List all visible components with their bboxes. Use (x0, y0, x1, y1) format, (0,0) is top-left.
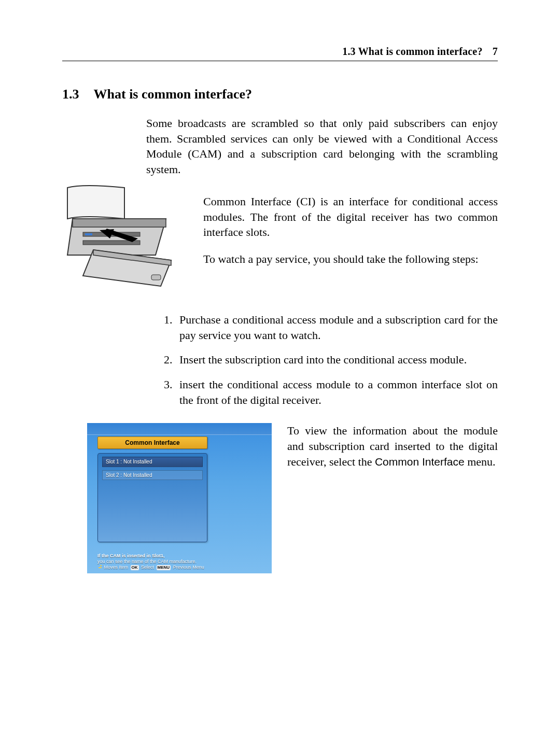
ci-slot-2: Slot 2 : Not Installed (102, 470, 203, 481)
running-header: 1.3 What is common interface? 7 (62, 45, 498, 61)
ci-menu-screenshot: Common Interface Slot 1 : Not Installed … (87, 423, 272, 573)
list-item: Insert the subscription card into the co… (164, 352, 498, 368)
screenshot-topbar (87, 423, 272, 435)
ci-hint-1: If the CAM is inserted in Slot1, (97, 553, 165, 558)
section-heading: 1.3 What is common interface? (62, 85, 498, 103)
svg-rect-3 (151, 275, 161, 280)
list-item: Purchase a conditional access module and… (164, 312, 498, 343)
ok-key-icon: OK (131, 565, 139, 570)
after-post: menu. (465, 455, 496, 468)
ci-menu-panel: Slot 1 : Not Installed Slot 2 : Not Inst… (97, 453, 207, 542)
steps-lead-paragraph: To watch a pay service, you should take … (203, 251, 498, 267)
ci-menu-title: Common Interface (97, 437, 207, 449)
section-title: What is common interface? (94, 87, 252, 102)
nav-select: Select (141, 565, 154, 570)
ci-hint-2: you can see the name of the CAM manufact… (97, 559, 197, 564)
nav-moves: Moves Item (104, 565, 129, 570)
ci-paragraph: Common Interface (CI) is an interface fo… (203, 194, 498, 240)
svg-rect-2 (85, 233, 92, 235)
running-header-title: 1.3 What is common interface? (342, 46, 482, 57)
intro-paragraph: Some broadcasts are scrambled so that on… (146, 116, 498, 177)
device-illustration (62, 182, 192, 297)
menu-key-icon: MENU (157, 565, 171, 570)
menu-name: Common Interface (375, 456, 465, 468)
after-paragraph: To view the information about the module… (287, 423, 498, 573)
arrows-icon (97, 565, 103, 570)
ci-slot-1: Slot 1 : Not Installed (102, 457, 203, 467)
receiver-cam-icon (62, 182, 192, 297)
section-number: 1.3 (62, 85, 79, 103)
list-item: insert the conditional access module to … (164, 377, 498, 407)
page-number: 7 (493, 46, 498, 57)
ci-footer: If the CAM is inserted in Slot1, you can… (97, 553, 263, 571)
nav-prev: Previous Menu (173, 565, 204, 570)
steps-list: Purchase a conditional access module and… (164, 312, 498, 407)
